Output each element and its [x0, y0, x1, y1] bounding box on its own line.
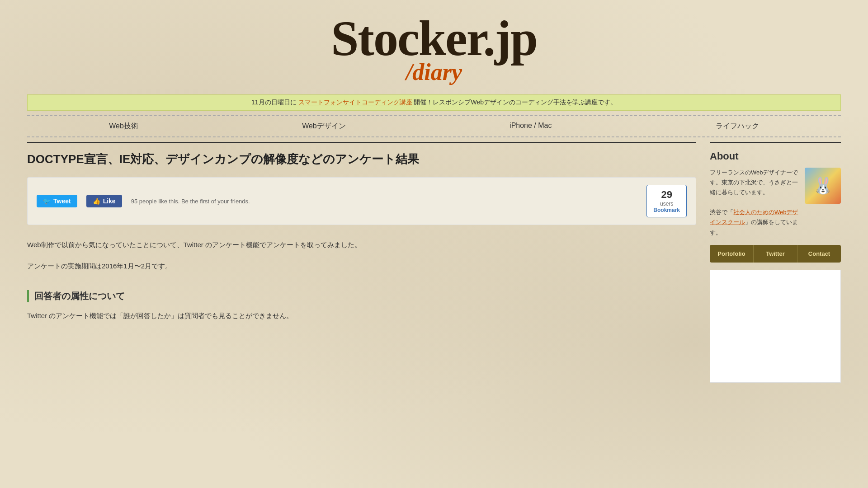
- announcement-bar: 11月の日曜日に スマートフォンサイトコーディング講座 開催！レスポンシブWeb…: [27, 94, 841, 111]
- main-nav: Web技術 Webデザイン iPhone / Mac ライフハック: [27, 115, 841, 137]
- article-paragraph-2: アンケートの実施期間は2016年1月〜2月です。: [27, 260, 696, 272]
- sidebar-nav-contact[interactable]: Contact: [797, 245, 841, 263]
- site-title[interactable]: Stocker.jp /diary: [331, 14, 537, 85]
- section-heading: 回答者の属性について: [27, 290, 696, 302]
- announcement-prefix: 11月の日曜日に: [251, 99, 297, 106]
- sidebar-nav-portfolio[interactable]: Portofolio: [710, 245, 754, 263]
- avatar: 🐰: [805, 168, 841, 204]
- bookmark-label: Bookmark: [653, 207, 680, 213]
- like-label: Like: [103, 197, 116, 205]
- article-paragraph-1: Web制作で以前から気になっていたことについて、Twitter のアンケート機能…: [27, 239, 696, 251]
- bookmark-users: users: [653, 201, 680, 207]
- about-text-1: フリーランスのWebデザイナーです。東京の下北沢で、うさぎと一緒に暮らしています…: [710, 169, 798, 196]
- nav-item-web-design[interactable]: Webデザイン: [284, 122, 364, 131]
- like-count-text: 95 people like this. Be the first of you…: [131, 198, 250, 205]
- bookmark-button[interactable]: 29 users Bookmark: [646, 185, 687, 217]
- thumbs-up-icon: 👍: [93, 197, 100, 205]
- about-section: フリーランスのWebデザイナーです。東京の下北沢で、うさぎと一緒に暮らしています…: [710, 168, 841, 238]
- site-title-main: Stocker.jp: [331, 14, 537, 63]
- about-text-2: 渋谷で「: [710, 209, 733, 216]
- avatar-icon: 🐰: [813, 176, 833, 195]
- announcement-link[interactable]: スマートフォンサイトコーディング講座: [298, 99, 412, 106]
- twitter-bird-icon: 🐦: [43, 197, 51, 205]
- announcement-suffix: 開催！レスポンシブWebデザインのコーディング手法を学ぶ講座です。: [414, 99, 617, 106]
- tweet-button[interactable]: 🐦 Tweet: [37, 195, 77, 207]
- nav-item-lifehack[interactable]: ライフハック: [698, 122, 777, 131]
- site-header: Stocker.jp /diary: [0, 0, 868, 94]
- article-paragraph-3: Twitter のアンケート機能では「誰が回答したか」は質問者でも見ることができ…: [27, 310, 696, 322]
- sidebar-nav-twitter[interactable]: Twitter: [754, 245, 797, 263]
- nav-item-web-tech[interactable]: Web技術: [91, 122, 156, 131]
- bookmark-count: 29: [653, 189, 680, 201]
- about-text: フリーランスのWebデザイナーです。東京の下北沢で、うさぎと一緒に暮らしています…: [710, 168, 799, 238]
- main-content: DOCTYPE宣言、IE対応、デザインカンプの解像度などのアンケート結果 🐦 T…: [27, 142, 696, 383]
- tweet-label: Tweet: [53, 197, 71, 205]
- sidebar: About フリーランスのWebデザイナーです。東京の下北沢で、うさぎと一緒に暮…: [710, 142, 841, 383]
- content-wrapper: DOCTYPE宣言、IE対応、デザインカンプの解像度などのアンケート結果 🐦 T…: [27, 142, 841, 383]
- social-bar: 🐦 Tweet 👍 Like 95 people like this. Be t…: [27, 177, 696, 225]
- sidebar-ad-area: [710, 270, 841, 383]
- like-button[interactable]: 👍 Like: [86, 195, 122, 207]
- sidebar-nav: Portofolio Twitter Contact: [710, 245, 841, 263]
- article-title: DOCTYPE宣言、IE対応、デザインカンプの解像度などのアンケート結果: [27, 150, 696, 168]
- nav-item-iphone-mac[interactable]: iPhone / Mac: [491, 122, 570, 131]
- sidebar-about-title: About: [710, 150, 841, 162]
